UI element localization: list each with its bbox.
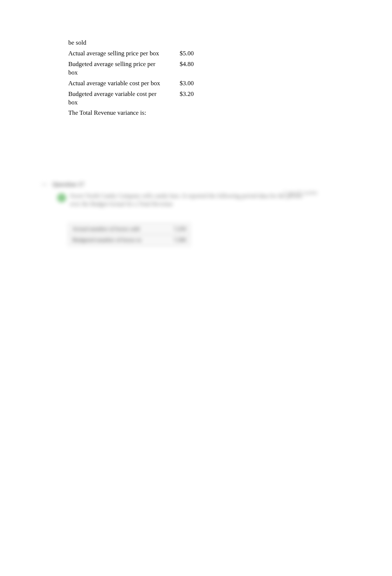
correct-check-icon: ✓ bbox=[57, 193, 66, 202]
table-row: Actual number of boxes sold 7,250 bbox=[69, 224, 190, 235]
svg-rect-0 bbox=[42, 184, 47, 185]
data-table-top: be sold Actual average selling price per… bbox=[68, 39, 194, 117]
points-label: 1 out of 1 points bbox=[283, 190, 317, 196]
row-label: Budgeted average selling price per box bbox=[68, 60, 161, 77]
table-row: Actual average selling price per box $5.… bbox=[68, 49, 194, 58]
question-text: Sweet Tooth Candy Company sells candy ba… bbox=[70, 192, 306, 208]
row-label: Actual average selling price per box bbox=[68, 49, 161, 58]
table-row: Budgeted number of boxes to 7,500 bbox=[69, 235, 190, 245]
blurred-data-table: Actual number of boxes sold 7,250 Budget… bbox=[68, 223, 190, 246]
table-row: Actual average variable cost per box $3.… bbox=[68, 79, 194, 88]
row-label: Budgeted average variable cost per box bbox=[68, 90, 161, 107]
row-value: $3.20 bbox=[175, 90, 194, 99]
table-row: be sold bbox=[68, 39, 194, 47]
collapse-icon bbox=[41, 181, 48, 188]
question-body: ✓ Sweet Tooth Candy Company sells candy … bbox=[57, 192, 306, 208]
table-row: Budgeted average selling price per box $… bbox=[68, 60, 194, 77]
row-label: be sold bbox=[68, 39, 161, 47]
blurred-question-block: Question 17 1 out of 1 points ✓ Sweet To… bbox=[41, 181, 306, 246]
row-value: 7,500 bbox=[164, 237, 186, 243]
question-header: Question 17 1 out of 1 points bbox=[41, 181, 306, 188]
question-prompt: The Total Revenue variance is: bbox=[68, 109, 194, 117]
row-label: Budgeted number of boxes to bbox=[72, 237, 164, 243]
row-value: 7,250 bbox=[164, 226, 186, 232]
table-row: Budgeted average variable cost per box $… bbox=[68, 90, 194, 107]
row-label: Actual number of boxes sold bbox=[72, 226, 164, 232]
row-label: Actual average variable cost per box bbox=[68, 79, 161, 88]
row-value: $5.00 bbox=[175, 49, 194, 58]
row-value: $4.80 bbox=[175, 60, 194, 69]
row-value: $3.00 bbox=[175, 79, 194, 88]
question-number-label: Question 17 bbox=[52, 181, 84, 188]
